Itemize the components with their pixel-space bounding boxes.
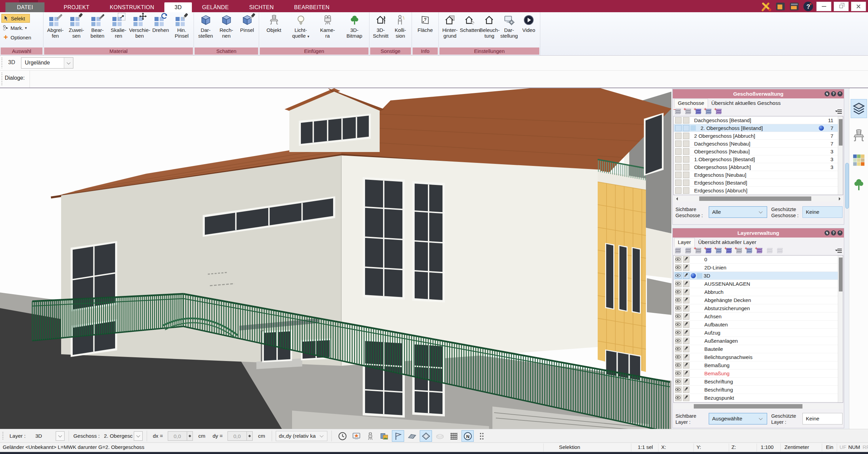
- status-state[interactable]: Ein: [826, 444, 833, 450]
- scroll-left-icon[interactable]: [674, 197, 678, 201]
- hinpinsel-button[interactable]: Hin.Pinsel: [171, 13, 192, 39]
- layer-rename-icon[interactable]: +: [756, 248, 763, 254]
- list-item[interactable]: Bauteile: [674, 345, 843, 353]
- eye-cell[interactable]: [675, 395, 682, 401]
- eye-cell[interactable]: [675, 321, 682, 328]
- pencil-cell[interactable]: [683, 264, 689, 271]
- eye-cell[interactable]: [675, 386, 682, 393]
- storeys-icon[interactable]: [851, 99, 867, 118]
- list-item[interactable]: Erdgeschoss [Abbruch]: [674, 187, 843, 194]
- storey-cell-1[interactable]: [675, 179, 682, 186]
- list-item[interactable]: 1.Obergeschoss [Bestand]3: [674, 155, 843, 163]
- list-item[interactable]: 2. Obergeschoss [Bestand]7: [674, 124, 843, 132]
- pencil-cell[interactable]: [683, 321, 689, 328]
- dy-stepper[interactable]: 0,0: [228, 431, 253, 441]
- darstellung-button[interactable]: Dar-stellung: [499, 13, 519, 39]
- schatten-button[interactable]: Schatten: [460, 13, 480, 33]
- status-scale[interactable]: 1:100: [761, 444, 774, 450]
- pencil-cell[interactable]: [683, 289, 689, 295]
- eye-cell[interactable]: [675, 338, 682, 344]
- visible-layer-dropdown[interactable]: Ausgewählte: [709, 413, 767, 424]
- dx-stepper[interactable]: 0,0: [168, 431, 193, 441]
- tab-konstruktion[interactable]: KONSTRUKTION: [100, 2, 164, 12]
- drehen-button[interactable]: Drehen: [150, 13, 171, 33]
- eye-cell[interactable]: [675, 346, 682, 352]
- storey-cell-2[interactable]: [683, 179, 689, 186]
- eye-cell[interactable]: [675, 289, 682, 295]
- list-item[interactable]: Abgehängte Decken: [674, 296, 843, 304]
- collapse-icon[interactable]: ^: [837, 91, 843, 96]
- storey-duplicate-icon[interactable]: +: [716, 109, 723, 115]
- layer-settings-icon[interactable]: +: [705, 248, 712, 254]
- pencil-cell[interactable]: [683, 395, 689, 401]
- pencil-cell[interactable]: [683, 386, 689, 393]
- storey-cell-1[interactable]: [675, 133, 682, 139]
- view-select-dropdown[interactable]: Urgelände: [21, 57, 73, 69]
- pinsel-button[interactable]: Pinsel: [237, 13, 257, 33]
- camera-robot-icon[interactable]: [364, 430, 376, 442]
- help-logo-icon[interactable]: ?: [802, 2, 814, 11]
- hintergrund-button[interactable]: Hinter-grund: [440, 13, 460, 39]
- eye-cell[interactable]: [675, 378, 682, 385]
- storey-cell-1[interactable]: [675, 172, 682, 178]
- lichtquelle-button[interactable]: Licht-quelle▾: [287, 13, 314, 39]
- layer-delete-icon[interactable]: +: [695, 248, 702, 254]
- panel-menu-icon[interactable]: [835, 109, 842, 114]
- layers-image-icon[interactable]: [378, 430, 390, 442]
- clock-icon[interactable]: [336, 430, 348, 442]
- eye-cell[interactable]: [675, 329, 682, 336]
- eye-cell[interactable]: [675, 297, 682, 303]
- toolbar-grip[interactable]: [1, 58, 2, 68]
- storey-cell-1[interactable]: [675, 117, 682, 124]
- pencil-cell[interactable]: [683, 313, 689, 320]
- beleuchtung-button[interactable]: Beleuch-tung: [480, 13, 499, 39]
- geschoss-panel-title[interactable]: Geschoßverwaltung ↯ ? ^: [673, 89, 844, 98]
- objekt-button[interactable]: Objekt: [260, 13, 287, 33]
- layer-hscrollbar[interactable]: [673, 403, 843, 409]
- layer-panel-title[interactable]: Layerverwaltung ↯ ? ^: [673, 228, 844, 238]
- layer-tool2-icon[interactable]: [777, 248, 784, 254]
- restore-button[interactable]: [834, 2, 849, 11]
- diamond-plane-icon[interactable]: [420, 430, 432, 442]
- layer-edit-icon[interactable]: [685, 248, 692, 254]
- list-item[interactable]: AUSSENANLAGEN: [674, 280, 843, 288]
- viewport-3d[interactable]: [0, 88, 671, 429]
- storey-cell-2[interactable]: [683, 125, 689, 131]
- pencil-cell[interactable]: [683, 378, 689, 385]
- geschoss-tab--bersicht-aktuelles-geschoss[interactable]: Übersicht aktuelles Geschoss: [708, 99, 784, 108]
- list-item[interactable]: Aufbauten: [674, 321, 843, 329]
- pencil-cell[interactable]: [683, 370, 689, 377]
- list-item[interactable]: Bezugspunkt: [674, 394, 843, 402]
- sidebar-scrollbar[interactable]: [845, 163, 849, 209]
- eye-cell[interactable]: [675, 281, 682, 287]
- protected-geschosse-field[interactable]: Keine: [802, 206, 843, 218]
- minimize-button[interactable]: [816, 2, 831, 11]
- darstellen-button[interactable]: Dar-stellen: [195, 13, 216, 39]
- list-item[interactable]: 0: [674, 256, 843, 264]
- 3dbitmap-button[interactable]: 3D-Bitmap: [341, 13, 368, 39]
- rechnen-button[interactable]: Rech-nen: [216, 13, 237, 39]
- list-item[interactable]: Absturzsicherungen: [674, 304, 843, 313]
- list-item[interactable]: Dachgeschoss [Neubau]7: [674, 140, 843, 148]
- pencil-cell[interactable]: [683, 362, 689, 368]
- list-item[interactable]: Beschriftung: [674, 386, 843, 394]
- geschoss-dropdown-chevron[interactable]: [134, 431, 143, 441]
- mark-button[interactable]: Mark.▾: [1, 23, 42, 32]
- tab-3d[interactable]: 3D: [164, 2, 192, 12]
- help-icon[interactable]: ?: [831, 230, 836, 235]
- north-compass-icon[interactable]: N: [462, 430, 474, 442]
- eye-cell[interactable]: [675, 272, 682, 279]
- layer-visible-icon[interactable]: [675, 248, 682, 254]
- grid-icon[interactable]: [448, 430, 460, 442]
- customize-tools-icon[interactable]: [761, 2, 772, 11]
- list-item[interactable]: Belichtungsnachweis: [674, 353, 843, 361]
- layer-down-icon[interactable]: +: [746, 248, 753, 254]
- verschieben-button[interactable]: Verschie-ben: [129, 13, 150, 39]
- flche-button[interactable]: ?Fläche: [413, 13, 437, 33]
- window-panel-icon[interactable]: [789, 2, 800, 11]
- tab-sichten[interactable]: SICHTEN: [239, 2, 284, 12]
- list-item[interactable]: 2D-Linien: [674, 264, 843, 272]
- list-item[interactable]: Bemaßung: [674, 370, 843, 378]
- layer-vscrollbar[interactable]: [838, 256, 843, 402]
- eye-cell[interactable]: [675, 362, 682, 368]
